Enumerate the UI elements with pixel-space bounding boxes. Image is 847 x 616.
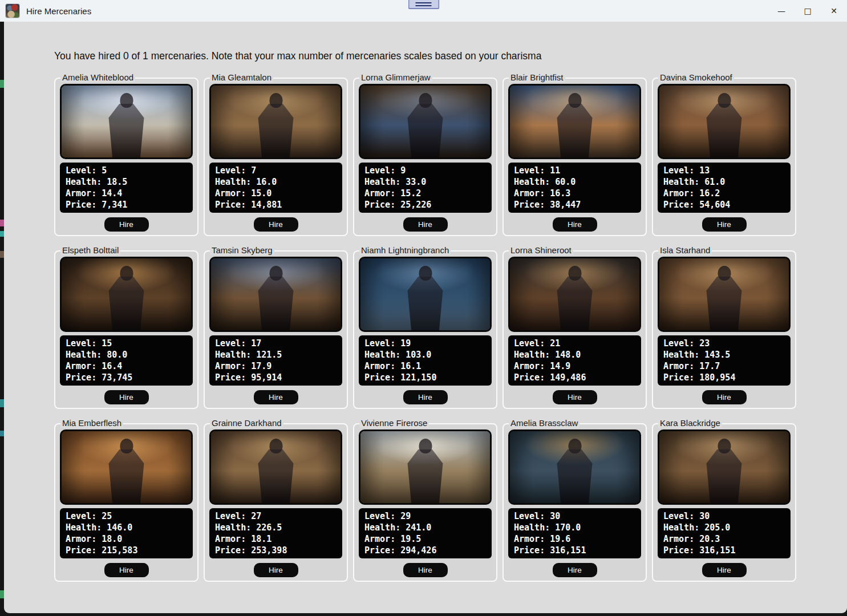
portrait-vignette xyxy=(510,431,639,503)
portrait-vignette xyxy=(62,258,191,330)
mercenary-name: Lorna Glimmerjaw xyxy=(359,72,432,82)
hire-button[interactable]: Hire xyxy=(254,217,298,232)
level-stat: Level:15 xyxy=(66,338,187,349)
hire-button[interactable]: Hire xyxy=(104,563,149,577)
hire-button[interactable]: Hire xyxy=(403,217,448,232)
mercenary-portrait xyxy=(359,429,492,505)
window-drag-handle[interactable] xyxy=(408,0,439,9)
hire-button[interactable]: Hire xyxy=(254,390,298,404)
mercenary-portrait xyxy=(508,257,641,332)
stats-panel: Level:13 Health:61.0 Armor:16.2 Price:54… xyxy=(658,163,791,213)
armor-stat: Armor:14.9 xyxy=(514,360,635,372)
mercenary-card: Davina Smokehoof Level:13 Health:61.0 Ar… xyxy=(652,78,796,236)
portrait-vignette xyxy=(659,258,789,330)
stats-panel: Level:21 Health:148.0 Armor:14.9 Price:1… xyxy=(508,335,641,386)
mercenary-name: Mia Gleamtalon xyxy=(210,72,273,82)
price-stat: Price:73,745 xyxy=(66,372,187,383)
health-stat: Health:121.5 xyxy=(215,349,337,360)
mercenary-card: Grainne Darkhand Level:27 Health:226.5 A… xyxy=(204,423,348,582)
mercenary-portrait xyxy=(209,429,342,505)
mercenary-portrait xyxy=(658,429,791,505)
portrait-vignette xyxy=(510,86,639,157)
price-stat: Price:149,486 xyxy=(514,372,635,383)
mercenary-portrait xyxy=(359,257,492,332)
mercenary-portrait xyxy=(658,84,791,159)
portrait-vignette xyxy=(211,86,341,157)
mercenary-name: Lorna Shineroot xyxy=(509,245,573,255)
armor-stat: Armor:18.0 xyxy=(66,533,187,545)
stats-panel: Level:29 Health:241.0 Armor:19.5 Price:2… xyxy=(359,508,492,558)
hire-button[interactable]: Hire xyxy=(254,563,298,577)
portrait-vignette xyxy=(211,431,341,503)
mercenary-card: Mia Emberflesh Level:25 Health:146.0 Arm… xyxy=(54,423,198,582)
armor-stat: Armor:16.1 xyxy=(364,360,486,372)
hire-button[interactable]: Hire xyxy=(553,390,597,404)
portrait-vignette xyxy=(62,86,191,157)
background-pixel xyxy=(0,251,4,258)
mercenary-name: Tamsin Skyberg xyxy=(210,245,274,255)
stats-panel: Level:27 Health:226.5 Armor:18.1 Price:2… xyxy=(209,508,342,558)
minimize-button[interactable]: — xyxy=(768,0,795,22)
mercenary-portrait xyxy=(209,84,342,159)
health-stat: Health:33.0 xyxy=(364,176,486,188)
portrait-vignette xyxy=(659,431,789,503)
main-content: You have hired 0 of 1 mercenaries. Note … xyxy=(4,22,847,613)
level-stat: Level:23 xyxy=(663,338,785,349)
close-button[interactable]: ✕ xyxy=(821,0,847,22)
background-pixel xyxy=(0,220,4,226)
health-stat: Health:60.0 xyxy=(514,176,635,188)
health-stat: Health:170.0 xyxy=(514,522,635,533)
armor-stat: Armor:17.7 xyxy=(663,360,785,372)
price-stat: Price:253,398 xyxy=(215,545,337,556)
mercenary-card: Niamh Lightningbranch Level:19 Health:10… xyxy=(353,250,497,409)
mercenary-portrait xyxy=(209,257,342,332)
armor-stat: Armor:19.5 xyxy=(364,533,486,545)
stats-panel: Level:15 Health:80.0 Armor:16.4 Price:73… xyxy=(60,335,193,386)
mercenary-portrait xyxy=(508,84,641,159)
hire-button[interactable]: Hire xyxy=(403,563,448,577)
stats-panel: Level:9 Health:33.0 Armor:15.2 Price:25,… xyxy=(359,163,492,213)
hire-button[interactable]: Hire xyxy=(104,390,149,404)
background-pixel xyxy=(0,80,4,88)
level-stat: Level:30 xyxy=(663,510,785,522)
hire-button[interactable]: Hire xyxy=(553,563,597,577)
armor-stat: Armor:15.0 xyxy=(215,188,337,199)
mercenary-name: Kara Blackridge xyxy=(658,418,722,428)
window-titlebar: Hire Mercenaries — □ ✕ xyxy=(0,0,847,22)
window-controls: — □ ✕ xyxy=(768,0,847,22)
price-stat: Price:316,151 xyxy=(514,545,635,556)
hire-button[interactable]: Hire xyxy=(702,217,747,232)
window-title: Hire Mercenaries xyxy=(26,6,91,16)
level-stat: Level:25 xyxy=(66,510,187,522)
hire-button[interactable]: Hire xyxy=(104,217,149,232)
price-stat: Price:294,426 xyxy=(364,545,486,556)
stats-panel: Level:30 Health:205.0 Armor:20.3 Price:3… xyxy=(658,508,791,558)
level-stat: Level:7 xyxy=(215,165,337,176)
background-pixel xyxy=(0,231,4,237)
armor-stat: Armor:16.4 xyxy=(66,360,187,372)
level-stat: Level:27 xyxy=(215,510,337,522)
level-stat: Level:11 xyxy=(514,165,635,176)
mercenary-name: Mia Emberflesh xyxy=(60,418,123,428)
portrait-vignette xyxy=(360,86,490,157)
level-stat: Level:29 xyxy=(364,510,486,522)
maximize-button[interactable]: □ xyxy=(795,0,821,22)
mercenary-card: Lorna Glimmerjaw Level:9 Health:33.0 Arm… xyxy=(353,78,497,236)
health-stat: Health:205.0 xyxy=(663,522,785,533)
level-stat: Level:30 xyxy=(514,510,635,522)
hire-button[interactable]: Hire xyxy=(403,390,448,404)
hire-button[interactable]: Hire xyxy=(702,390,747,404)
background-pixel xyxy=(0,399,4,407)
price-stat: Price:316,151 xyxy=(663,545,785,556)
health-stat: Health:143.5 xyxy=(663,349,785,360)
mercenary-name: Vivienne Firerose xyxy=(359,418,429,428)
portrait-vignette xyxy=(510,258,639,330)
stats-panel: Level:5 Health:18.5 Armor:14.4 Price:7,3… xyxy=(60,163,193,213)
hire-button[interactable]: Hire xyxy=(553,217,597,232)
hire-button[interactable]: Hire xyxy=(702,563,747,577)
stats-panel: Level:25 Health:146.0 Armor:18.0 Price:2… xyxy=(60,508,193,558)
price-stat: Price:54,604 xyxy=(663,199,785,210)
health-stat: Health:241.0 xyxy=(364,522,486,533)
close-icon: ✕ xyxy=(830,7,837,15)
mercenary-card: Elspeth Bolttail Level:15 Health:80.0 Ar… xyxy=(54,250,198,409)
